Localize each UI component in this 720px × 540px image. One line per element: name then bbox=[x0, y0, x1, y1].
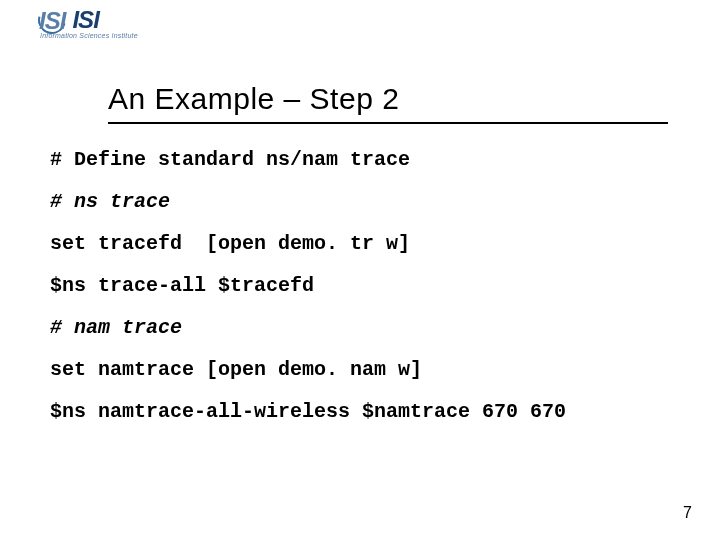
code-line: $ns namtrace-all-wireless $namtrace 670 … bbox=[50, 402, 690, 422]
isi-logo: ISI ISI Information Sciences Institute bbox=[38, 6, 138, 39]
code-line: $ns trace-all $tracefd bbox=[50, 276, 690, 296]
code-line: # nam trace bbox=[50, 318, 690, 338]
code-line: # ns trace bbox=[50, 192, 690, 212]
code-line: # Define standard ns/nam trace bbox=[50, 150, 690, 170]
code-line: set namtrace [open demo. nam w] bbox=[50, 360, 690, 380]
code-block: # Define standard ns/nam trace # ns trac… bbox=[50, 150, 690, 444]
slide-title: An Example – Step 2 bbox=[108, 82, 680, 116]
code-line: set tracefd [open demo. tr w] bbox=[50, 234, 690, 254]
logo-acronym: ISI ISI bbox=[72, 6, 98, 34]
page-number: 7 bbox=[683, 504, 692, 522]
slide-header: An Example – Step 2 bbox=[108, 82, 680, 124]
title-underline bbox=[108, 122, 668, 124]
